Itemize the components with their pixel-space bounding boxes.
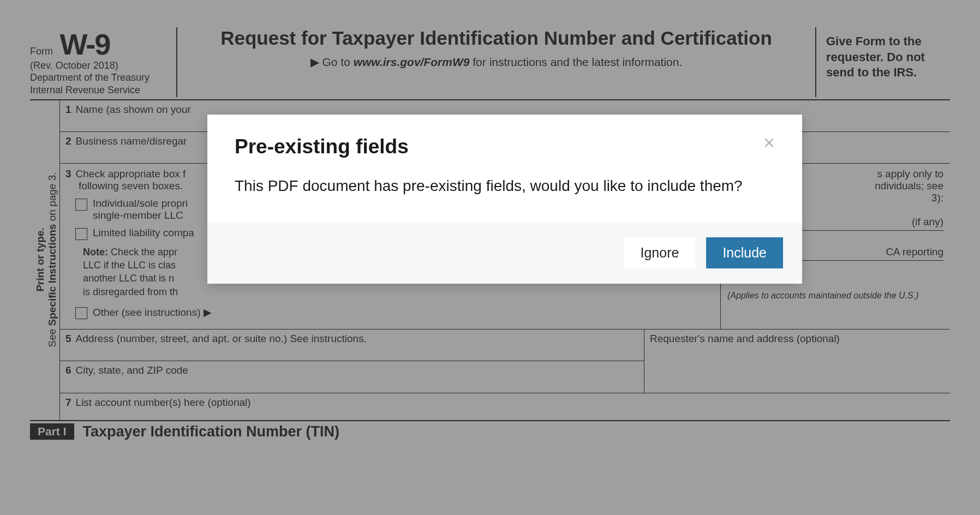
- modal-footer: Ignore Include: [207, 222, 802, 284]
- ignore-button[interactable]: Ignore: [624, 237, 695, 268]
- modal-header: Pre-existing fields ×: [207, 115, 802, 158]
- include-button[interactable]: Include: [706, 237, 783, 268]
- close-icon[interactable]: ×: [763, 135, 775, 151]
- preexisting-fields-modal: Pre-existing fields × This PDF document …: [207, 115, 802, 284]
- modal-body: This PDF document has pre-existing field…: [207, 158, 802, 222]
- modal-title: Pre-existing fields: [235, 135, 409, 158]
